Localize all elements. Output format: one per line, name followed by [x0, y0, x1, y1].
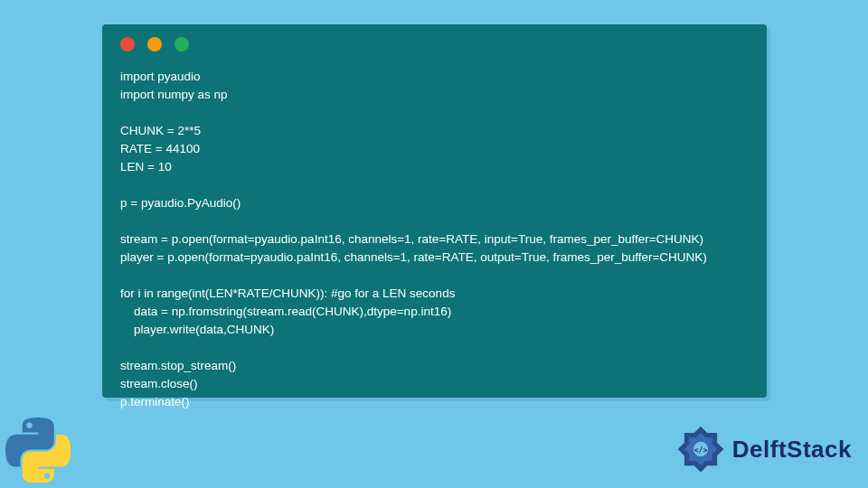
brand: </> DelftStack — [675, 423, 852, 475]
code-block: import pyaudio import numpy as np CHUNK … — [120, 68, 749, 411]
code-window: import pyaudio import numpy as np CHUNK … — [102, 24, 767, 398]
close-icon — [120, 37, 135, 52]
delftstack-logo-icon: </> — [675, 423, 727, 475]
svg-text:</>: </> — [693, 446, 707, 455]
python-logo-icon — [5, 418, 71, 483]
traffic-lights — [120, 37, 749, 52]
maximize-icon — [175, 37, 189, 52]
brand-name: DelftStack — [732, 436, 852, 464]
minimize-icon — [147, 37, 162, 52]
